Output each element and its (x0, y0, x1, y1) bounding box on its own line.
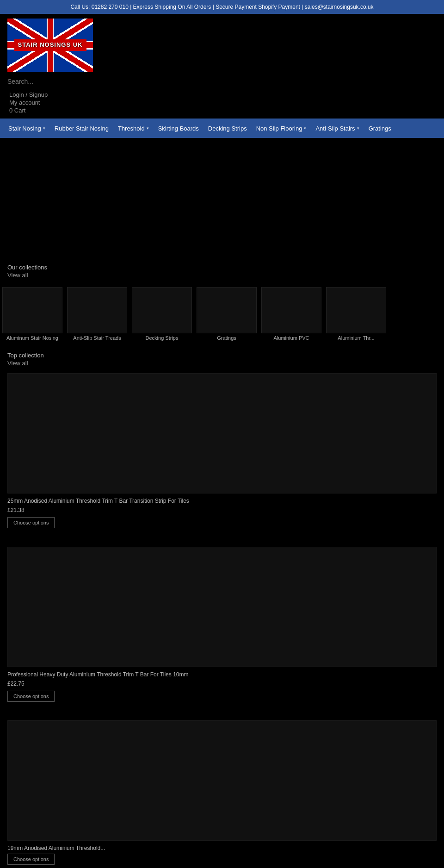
choose-options-button[interactable]: Choose options (7, 517, 55, 528)
logo-flag-bg: STAIR NOSINGS UK (7, 19, 93, 72)
collection-label: Aluminium PVC (271, 335, 311, 341)
product-thumbnail (7, 373, 437, 493)
nav-item-threshold[interactable]: Threshold▾ (113, 119, 154, 138)
our-collections-view-all[interactable]: View all (7, 271, 437, 280)
nav-item-decking-strips[interactable]: Decking Strips (204, 119, 252, 138)
chevron-down-icon: ▾ (43, 126, 45, 131)
chevron-down-icon: ▾ (357, 126, 359, 131)
nav-item-anti-slip-stairs[interactable]: Anti-Slip Stairs▾ (311, 119, 364, 138)
nav-item-stair-nosing[interactable]: Stair Nosing▾ (4, 119, 50, 138)
product-card: 19mm Anodised Aluminium Threshold...Choo… (0, 717, 444, 868)
logo-area: STAIR NOSINGS UK (7, 19, 437, 72)
our-collections-header: Our collections View all (0, 258, 444, 281)
collection-label: Anti-Slip Stair Treads (71, 335, 123, 341)
collection-item[interactable]: Aluminum Stair Nosing (0, 285, 65, 343)
site-header: STAIR NOSINGS UK Login / Signup My accou… (0, 14, 444, 119)
nav-item-gratings[interactable]: Gratings (364, 119, 396, 138)
chevron-down-icon: ▾ (304, 126, 306, 131)
announcement-bar: Call Us: 01282 270 010 | Express Shippin… (0, 0, 444, 14)
announcement-text: Call Us: 01282 270 010 | Express Shippin… (70, 4, 373, 10)
product-thumbnail (7, 547, 437, 667)
product-card: Professional Heavy Duty Aluminium Thresh… (0, 543, 444, 709)
hero-banner (0, 138, 444, 258)
collection-label: Aluminium Thr... (336, 335, 376, 341)
search-bar[interactable] (7, 75, 437, 88)
collections-grid: Aluminum Stair NosingAnti-Slip Stair Tre… (0, 281, 444, 346)
collection-item[interactable]: Aluminium PVC (259, 285, 324, 343)
collection-thumbnail (2, 287, 62, 333)
login-signup-link[interactable]: Login / Signup (9, 91, 437, 98)
collection-thumbnail (326, 287, 386, 333)
logo[interactable]: STAIR NOSINGS UK (7, 19, 93, 72)
collection-label: Gratings (215, 335, 238, 341)
collection-thumbnail (197, 287, 257, 333)
collection-label: Aluminum Stair Nosing (5, 335, 60, 341)
logo-text-box: STAIR NOSINGS UK (14, 39, 86, 51)
top-collection-header: Top collection View all (0, 346, 444, 369)
top-collection-view-all[interactable]: View all (7, 359, 437, 368)
product-price: £22.75 (7, 681, 437, 687)
product-price: £21.38 (7, 507, 437, 513)
nav-item-non-slip-flooring[interactable]: Non Slip Flooring▾ (252, 119, 311, 138)
collection-thumbnail (261, 287, 321, 333)
choose-options-button[interactable]: Choose options (7, 854, 55, 865)
collection-item[interactable]: Gratings (194, 285, 259, 343)
logo-text: STAIR NOSINGS UK (18, 41, 83, 49)
product-title: 25mm Anodised Aluminium Threshold Trim T… (7, 497, 437, 505)
top-collection-title: Top collection (7, 352, 437, 359)
collection-thumbnail (67, 287, 127, 333)
collection-item[interactable]: Aluminium Thr... (324, 285, 388, 343)
collection-label: Decking Strips (144, 335, 180, 341)
cart-info[interactable]: 0 Cart (9, 107, 437, 114)
account-area: Login / Signup My account 0 Cart (7, 91, 437, 114)
our-collections-title: Our collections (7, 264, 437, 271)
collection-thumbnail (132, 287, 192, 333)
product-title: Professional Heavy Duty Aluminium Thresh… (7, 671, 437, 679)
chevron-down-icon: ▾ (147, 126, 149, 131)
products-section: 25mm Anodised Aluminium Threshold Trim T… (0, 369, 444, 868)
choose-options-button[interactable]: Choose options (7, 691, 55, 702)
collection-item[interactable]: Decking Strips (130, 285, 194, 343)
nav-item-rubber-stair-nosing[interactable]: Rubber Stair Nosing (50, 119, 113, 138)
product-thumbnail (7, 720, 437, 841)
nav-bar: Stair Nosing▾Rubber Stair NosingThreshol… (0, 119, 444, 138)
collection-item[interactable]: Anti-Slip Stair Treads (65, 285, 130, 343)
search-input[interactable] (7, 78, 100, 85)
product-card: 25mm Anodised Aluminium Threshold Trim T… (0, 369, 444, 536)
nav-item-skirting-boards[interactable]: Skirting Boards (154, 119, 204, 138)
my-account-link[interactable]: My account (9, 99, 437, 106)
product-title: 19mm Anodised Aluminium Threshold... (7, 844, 437, 852)
